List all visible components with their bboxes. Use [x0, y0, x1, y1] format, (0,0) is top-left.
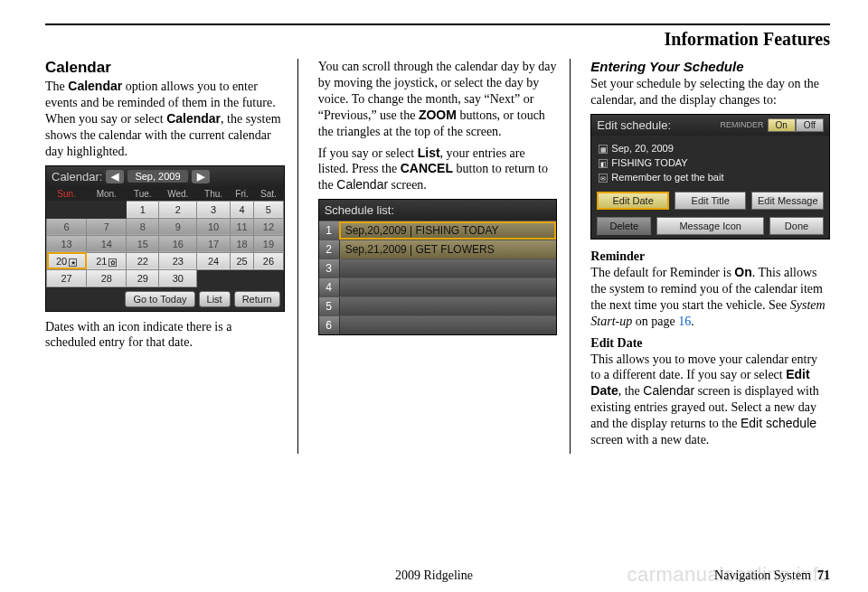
date-cell[interactable]: 19 — [254, 235, 284, 252]
schedule-row[interactable]: 2 Sep,21,2009 | GET FLOWERS — [319, 240, 557, 258]
date-cell[interactable]: 4 — [230, 201, 253, 218]
date-cell[interactable]: 2 — [159, 201, 197, 218]
date-cell — [87, 201, 127, 218]
calendar-icon: ▦ — [599, 145, 608, 154]
date-cell[interactable]: 16 — [159, 235, 197, 252]
next-month-button[interactable]: ▶ — [192, 170, 210, 183]
row-text: Sep,20,2009 | FISHING TODAY — [339, 221, 557, 240]
model-year: 2009 Ridgeline — [395, 569, 473, 583]
date-cell-selected[interactable]: 20★ — [47, 252, 87, 269]
prev-month-button[interactable]: ◀ — [106, 170, 124, 183]
date-cell[interactable]: 26 — [254, 252, 284, 269]
text: The — [45, 80, 68, 93]
date-cell[interactable]: 28 — [87, 269, 127, 287]
month-display: Sep, 2009 — [127, 170, 187, 183]
date-cell[interactable]: 22 — [127, 252, 159, 269]
date-cell[interactable]: 1 — [127, 201, 159, 218]
text: screen with a new date. — [590, 433, 709, 446]
date-cell[interactable]: 12 — [254, 218, 284, 235]
row-text: Sep,21,2009 | GET FLOWERS — [339, 240, 557, 258]
edit-message-button[interactable]: Edit Message — [751, 192, 824, 210]
date-cell[interactable]: 27 — [47, 269, 87, 287]
date-num: 21 — [96, 256, 107, 267]
edit-message-line: Remember to get the bait — [611, 172, 723, 183]
text-sans: Calendar — [643, 383, 694, 398]
date-cell[interactable]: 14 — [87, 235, 127, 252]
schedule-row[interactable]: 4 — [319, 277, 557, 296]
text-bold: Calendar — [166, 111, 221, 126]
date-cell[interactable]: 5 — [254, 201, 284, 218]
message-icon: ✉ — [599, 174, 608, 183]
row-num: 1 — [319, 221, 339, 240]
row-num: 2 — [319, 240, 339, 258]
date-cell — [254, 269, 284, 287]
list-button[interactable]: List — [199, 291, 231, 307]
reminder-off-button[interactable]: Off — [796, 118, 824, 132]
date-cell[interactable]: 9 — [159, 218, 197, 235]
row-num: 3 — [319, 259, 339, 277]
date-cell[interactable]: 21✿ — [87, 252, 127, 269]
date-cell[interactable]: 6 — [47, 218, 87, 235]
entering-schedule-intro: Set your schedule by selecting the day o… — [590, 76, 830, 108]
text-sans: Edit schedule — [741, 416, 816, 430]
date-cell[interactable]: 24 — [197, 252, 230, 269]
return-button[interactable]: Return — [234, 291, 280, 307]
calendar-icon-note: Dates with an icon indicate there is a s… — [45, 319, 285, 352]
date-cell[interactable]: 15 — [127, 235, 159, 252]
row-text — [339, 278, 557, 296]
date-cell[interactable]: 7 — [87, 218, 127, 235]
reminder-label: REMINDER — [721, 120, 764, 129]
text-bold: CANCEL — [401, 161, 453, 175]
schedule-row[interactable]: 5 — [319, 296, 557, 315]
date-cell[interactable]: 29 — [127, 269, 159, 287]
edit-date-button[interactable]: Edit Date — [597, 192, 669, 210]
calendar-heading: Calendar — [45, 59, 285, 77]
schedule-row[interactable]: 3 — [319, 258, 557, 277]
day-header: Sat. — [254, 187, 284, 202]
text: The default for Reminder is — [590, 266, 734, 279]
edit-title-button[interactable]: Edit Title — [675, 192, 747, 210]
schedule-row[interactable]: 1 Sep,20,2009 | FISHING TODAY — [319, 221, 557, 240]
text-bold: ZOOM — [419, 108, 457, 122]
section-name: Navigation System — [714, 569, 811, 582]
row-text — [339, 316, 557, 334]
list-paragraph: If you say or select List, your entries … — [318, 146, 558, 194]
edit-title-line: FISHING TODAY — [611, 157, 687, 168]
edit-date-heading: Edit Date — [590, 336, 642, 350]
date-cell[interactable]: 3 — [197, 201, 230, 218]
schedule-row[interactable]: 6 — [319, 315, 557, 334]
date-cell[interactable]: 13 — [47, 235, 87, 252]
text-bold: List — [418, 146, 440, 160]
date-cell — [197, 269, 230, 287]
date-cell[interactable]: 23 — [159, 252, 197, 269]
date-cell[interactable]: 30 — [159, 269, 197, 287]
date-cell[interactable]: 8 — [127, 218, 159, 235]
text: on page — [632, 315, 678, 328]
date-cell[interactable]: 11 — [230, 218, 253, 235]
date-cell[interactable]: 10 — [197, 218, 230, 235]
entry-icon: ✿ — [108, 258, 117, 267]
done-button[interactable]: Done — [769, 217, 824, 235]
go-to-today-button[interactable]: Go to Today — [125, 291, 194, 307]
message-icon-button[interactable]: Message Icon — [656, 217, 764, 235]
entering-schedule-heading: Entering Your Schedule — [590, 59, 830, 74]
schedule-list-title: Schedule list: — [319, 200, 557, 221]
scroll-paragraph: You can scroll through the calendar day … — [318, 59, 558, 140]
entry-icon: ★ — [69, 258, 77, 267]
page-header: Information Features — [45, 29, 830, 50]
date-cell[interactable]: 25 — [230, 252, 253, 269]
day-header: Mon. — [87, 187, 127, 202]
text: If you say or select — [318, 146, 418, 160]
date-cell — [47, 201, 87, 218]
row-num: 5 — [319, 297, 339, 315]
text-bold: Calendar — [68, 79, 122, 93]
delete-button[interactable]: Delete — [597, 217, 651, 235]
row-num: 4 — [319, 278, 339, 296]
reminder-on-button[interactable]: On — [768, 118, 796, 132]
date-cell[interactable]: 18 — [230, 235, 253, 252]
day-header: Wed. — [159, 187, 197, 202]
page-link[interactable]: 16 — [678, 315, 691, 328]
edit-date-line: Sep, 20, 2009 — [611, 143, 674, 154]
text-sans: Calendar — [336, 177, 388, 192]
date-cell[interactable]: 17 — [197, 235, 230, 252]
